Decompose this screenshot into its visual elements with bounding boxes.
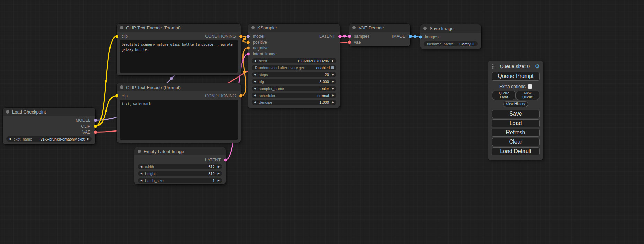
toggle-knob-icon[interactable] bbox=[331, 66, 334, 69]
clear-button[interactable]: Clear bbox=[492, 138, 540, 146]
clip-input-port[interactable] bbox=[115, 35, 118, 38]
decrement-icon[interactable]: ◀ bbox=[254, 101, 256, 104]
node-clip-text-encode-negative[interactable]: CLIP Text Encode (Prompt) clip CONDITION… bbox=[117, 83, 241, 143]
seed-widget[interactable]: ◀ seed 156680208700286 ▶ bbox=[252, 58, 336, 63]
images-input-port[interactable] bbox=[419, 35, 422, 38]
collapse-dot-icon[interactable] bbox=[423, 27, 427, 30]
node-save-image[interactable]: Save Image images filename_prefix ComfyU… bbox=[420, 24, 481, 49]
decrement-icon[interactable]: ◀ bbox=[140, 179, 142, 182]
node-title-bar[interactable]: Load Checkpoint bbox=[3, 108, 95, 116]
port-row: LATENT bbox=[134, 157, 226, 163]
steps-widget[interactable]: ◀ steps 20 ▶ bbox=[252, 72, 336, 77]
next-value-icon[interactable]: ▶ bbox=[332, 87, 334, 90]
latent-image-input-port[interactable] bbox=[247, 52, 250, 55]
widget-label: Random seed after every gen bbox=[255, 66, 305, 70]
load-default-button[interactable]: Load Default bbox=[492, 147, 540, 155]
node-empty-latent-image[interactable]: Empty Latent Image LATENT ◀ width 512 ▶ … bbox=[134, 147, 226, 184]
decrement-icon[interactable]: ◀ bbox=[140, 172, 142, 175]
image-output-port[interactable] bbox=[409, 35, 412, 38]
node-title: VAE Decode bbox=[359, 25, 384, 30]
view-queue-button[interactable]: View Queue bbox=[516, 91, 539, 100]
node-title-bar[interactable]: KSampler bbox=[248, 24, 340, 32]
widget-label: ckpt_name bbox=[14, 137, 32, 141]
refresh-button[interactable]: Refresh bbox=[492, 129, 540, 137]
collapse-dot-icon[interactable] bbox=[120, 85, 123, 89]
extra-options-checkbox[interactable] bbox=[528, 84, 532, 89]
next-value-icon[interactable]: ▶ bbox=[87, 138, 89, 141]
prompt-textarea[interactable]: beautiful scenery nature glass bottle la… bbox=[120, 40, 238, 73]
prev-value-icon[interactable]: ◀ bbox=[254, 87, 256, 90]
node-title-bar[interactable]: Save Image bbox=[420, 24, 481, 33]
height-widget[interactable]: ◀ height 512 ▶ bbox=[138, 171, 222, 176]
node-ksampler[interactable]: KSampler model LATENT positive negative … bbox=[248, 24, 340, 108]
widget-label: width bbox=[145, 165, 154, 169]
widget-value: 20 bbox=[325, 73, 329, 77]
denoise-widget[interactable]: ◀ denoise 1.000 ▶ bbox=[252, 100, 336, 105]
ckpt-name-widget[interactable]: ◀ ckpt_name v1-5-pruned-emaonly.ckpt ▶ bbox=[6, 136, 92, 142]
positive-input-port[interactable] bbox=[247, 40, 250, 44]
vae-input-port[interactable] bbox=[348, 40, 351, 44]
filename-prefix-widget[interactable]: filename_prefix ComfyUI bbox=[424, 41, 478, 46]
scheduler-widget[interactable]: ◀ scheduler normal ▶ bbox=[252, 93, 336, 98]
increment-icon[interactable]: ▶ bbox=[218, 165, 220, 168]
collapse-dot-icon[interactable] bbox=[6, 110, 9, 114]
widget-label: steps bbox=[259, 73, 268, 77]
node-title-bar[interactable]: VAE Decode bbox=[349, 24, 410, 32]
node-vae-decode[interactable]: VAE Decode samples IMAGE vae bbox=[349, 24, 410, 46]
settings-gear-icon[interactable]: ⚙ bbox=[535, 64, 540, 69]
output-label: CONDITIONING bbox=[205, 34, 236, 39]
queue-prompt-button[interactable]: Queue Prompt bbox=[492, 72, 540, 81]
workflow-buttons: Save Load Refresh Clear Load Default bbox=[492, 110, 540, 155]
node-load-checkpoint[interactable]: Load Checkpoint MODEL CLIP VAE ◀ ckpt_na… bbox=[3, 108, 95, 144]
next-value-icon[interactable]: ▶ bbox=[332, 94, 334, 97]
widget-label: sampler_name bbox=[259, 87, 284, 91]
latent-output-port[interactable] bbox=[224, 158, 227, 161]
decrement-icon[interactable]: ◀ bbox=[254, 60, 256, 62]
prompt-textarea[interactable]: text, watermark bbox=[120, 100, 238, 140]
prev-value-icon[interactable]: ◀ bbox=[254, 94, 256, 97]
clip-input-port[interactable] bbox=[115, 94, 118, 97]
model-output-port[interactable] bbox=[94, 119, 97, 122]
vae-output-port[interactable] bbox=[94, 130, 97, 134]
queue-buttons-row: Queue Front View Queue bbox=[492, 91, 539, 100]
sampler-name-widget[interactable]: ◀ sampler_name euler ▶ bbox=[252, 86, 336, 91]
increment-icon[interactable]: ▶ bbox=[332, 60, 334, 62]
collapse-dot-icon[interactable] bbox=[251, 26, 255, 29]
increment-icon[interactable]: ▶ bbox=[332, 73, 334, 76]
prev-value-icon[interactable]: ◀ bbox=[9, 138, 11, 141]
load-button[interactable]: Load bbox=[492, 119, 540, 127]
queue-front-button[interactable]: Queue Front bbox=[492, 91, 516, 100]
output-label: IMAGE bbox=[392, 34, 405, 39]
collapse-dot-icon[interactable] bbox=[352, 26, 356, 29]
increment-icon[interactable]: ▶ bbox=[218, 179, 220, 182]
random-seed-toggle-widget[interactable]: Random seed after every gen enabled bbox=[252, 65, 336, 70]
node-clip-text-encode-positive[interactable]: CLIP Text Encode (Prompt) clip CONDITION… bbox=[117, 24, 241, 75]
conditioning-output-port[interactable] bbox=[239, 35, 242, 38]
decrement-icon[interactable]: ◀ bbox=[254, 80, 256, 83]
node-title-bar[interactable]: Empty Latent Image bbox=[134, 147, 226, 155]
widget-value: 8.000 bbox=[319, 80, 329, 84]
latent-output-port[interactable] bbox=[338, 35, 342, 38]
save-button[interactable]: Save bbox=[492, 110, 540, 118]
increment-icon[interactable]: ▶ bbox=[218, 172, 220, 175]
cfg-widget[interactable]: ◀ cfg 8.000 ▶ bbox=[252, 79, 336, 84]
batch-size-widget[interactable]: ◀ batch_size 1 ▶ bbox=[138, 178, 222, 183]
collapse-dot-icon[interactable] bbox=[120, 26, 123, 29]
collapse-dot-icon[interactable] bbox=[138, 150, 141, 153]
increment-icon[interactable]: ▶ bbox=[332, 80, 334, 83]
decrement-icon[interactable]: ◀ bbox=[254, 73, 256, 76]
conditioning-output-port[interactable] bbox=[239, 94, 242, 97]
width-widget[interactable]: ◀ width 512 ▶ bbox=[138, 164, 222, 169]
widget-value: 156680208700286 bbox=[297, 59, 329, 63]
model-input-port[interactable] bbox=[247, 35, 250, 38]
node-title-bar[interactable]: CLIP Text Encode (Prompt) bbox=[117, 83, 241, 91]
clip-output-port[interactable] bbox=[94, 125, 97, 128]
samples-input-port[interactable] bbox=[348, 35, 351, 38]
node-title-bar[interactable]: CLIP Text Encode (Prompt) bbox=[117, 24, 241, 32]
queue-panel: Queue size: 0 ⚙ Queue Prompt Extra optio… bbox=[488, 61, 543, 160]
drag-handle-icon[interactable] bbox=[492, 64, 495, 69]
increment-icon[interactable]: ▶ bbox=[332, 101, 334, 104]
view-history-button[interactable]: View History bbox=[503, 101, 528, 107]
decrement-icon[interactable]: ◀ bbox=[140, 165, 142, 168]
negative-input-port[interactable] bbox=[247, 46, 250, 49]
